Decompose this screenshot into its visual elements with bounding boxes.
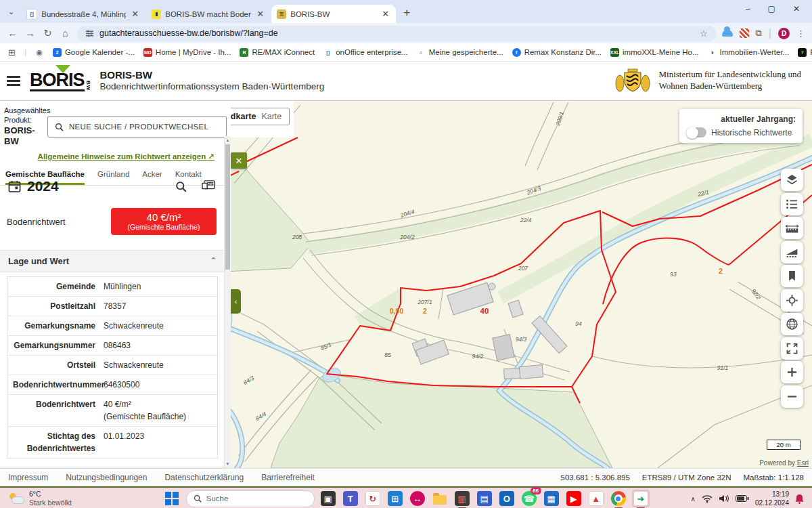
map-toolbar <box>781 169 803 408</box>
map-parcel-label: 94/3 <box>516 336 527 343</box>
taskbar-app-sync-app[interactable]: ↻ <box>364 490 382 507</box>
map-canvas[interactable]: 209/1204/3204/4204/220822/122/4207207/10… <box>225 101 812 468</box>
hamburger-menu-icon[interactable] <box>7 74 20 89</box>
apps-grid-icon[interactable]: ⊞ <box>8 47 16 58</box>
bookmark-item[interactable]: ◑Immobilien-Werter... <box>708 48 790 57</box>
browser-tab[interactable]: ≋BORIS-BW✕ <box>271 5 396 23</box>
url-text[interactable]: gutachterausschuesse-bw.de/borisbw/?lang… <box>99 28 278 38</box>
locate-icon <box>785 293 799 308</box>
footer-link-barrierefreiheit[interactable]: Barrierefreiheit <box>261 473 315 482</box>
scale-bar: 20 m <box>767 440 800 450</box>
measure-button[interactable] <box>781 217 803 239</box>
maximize-icon[interactable]: ▢ <box>768 4 775 14</box>
search-icon <box>194 494 202 503</box>
taskbar-app-youtube[interactable]: ▶ <box>565 490 583 507</box>
taskbar-app-chrome[interactable] <box>610 490 627 507</box>
taskbar-app-outlook[interactable]: O <box>498 490 516 507</box>
tab-close-icon[interactable]: ✕ <box>130 9 140 19</box>
bookmark-item[interactable]: 7Radio 7 | Livestream... <box>798 48 812 57</box>
ministry-logo: Ministerium für Landesentwicklung und Wo… <box>613 67 802 94</box>
new-tab-button[interactable]: + <box>403 6 410 20</box>
zoom-in-button[interactable] <box>781 361 803 383</box>
historic-toggle[interactable] <box>686 127 706 137</box>
section-lage-und-wert[interactable]: Lage und Wert ⌃ <box>0 250 225 272</box>
extensions-puzzle-icon[interactable]: ⧉ <box>756 28 762 39</box>
red-extension-icon[interactable] <box>740 28 749 38</box>
taskbar-app-printer[interactable]: ▤ <box>476 490 493 507</box>
tab-title: BORIS-BW <box>290 10 376 18</box>
layers-button[interactable] <box>781 169 803 191</box>
taskbar-app-task-view[interactable]: ▣ <box>319 490 337 507</box>
tab-close-icon[interactable]: ✕ <box>380 9 390 19</box>
taskbar-app-explorer[interactable] <box>431 490 449 507</box>
page-subtitle: Bodenrichtwertinformationssystem Baden-W… <box>100 81 325 93</box>
bookmark-item[interactable]: XXLimmoXXL-Meine Ho... <box>610 48 698 57</box>
url-bar[interactable]: gutachterausschuesse-bw.de/borisbw/?lang… <box>77 26 716 41</box>
bookmark-item[interactable]: ◉ <box>35 48 44 57</box>
browser-tab[interactable]: []Bundesstraße 4, Mühlingen, DS✕ <box>21 5 145 23</box>
minimize-icon[interactable]: – <box>746 4 750 14</box>
start-button[interactable] <box>162 489 181 508</box>
bookmark-button[interactable] <box>781 265 803 287</box>
bookmark-item[interactable]: fRemax Konstanz Dir... <box>512 48 602 57</box>
map-parcel-label: 207 <box>518 265 528 272</box>
footer-link-nutzungsbedingungen[interactable]: Nutzungsbedingungen <box>66 473 147 482</box>
taskbar-app-design-app[interactable]: ▲ <box>587 490 605 507</box>
profile-avatar[interactable]: D <box>778 28 790 39</box>
taskbar-app-store[interactable]: ⊞ <box>386 490 404 507</box>
footer-link-datenschutzerklärung[interactable]: Datenschutzerklärung <box>164 473 244 482</box>
tune-icon[interactable] <box>85 29 94 38</box>
globe-button[interactable] <box>781 313 803 335</box>
taskbar-search[interactable]: Suche <box>186 490 315 507</box>
locate-button[interactable] <box>781 289 803 312</box>
reload-icon[interactable]: ↻ <box>42 28 53 39</box>
section-beschreibende-merkmale[interactable]: Beschreibende Merkmale ⌄ <box>0 467 225 468</box>
fullscreen-button[interactable] <box>781 337 803 360</box>
boris-logo[interactable]: BORIS BW <box>30 71 91 91</box>
taskbar-app-whatsapp[interactable]: ☎66 <box>520 490 538 507</box>
general-hints-link[interactable]: Allgemeine Hinweise zum Richtwert anzeig… <box>38 152 215 161</box>
panel-collapse-handle[interactable]: ‹ <box>231 289 241 314</box>
legend-button[interactable] <box>781 193 803 215</box>
taskbar-app-teams[interactable]: T <box>342 490 359 507</box>
tab-close-icon[interactable]: ✕ <box>255 9 265 19</box>
screen: ⌄ []Bundesstraße 4, Mühlingen, DS✕▮BORIS… <box>0 0 812 508</box>
browser-tab[interactable]: ▮BORIS-BW macht Bodenrichtwe✕ <box>146 5 271 23</box>
pdf-export-icon[interactable]: PDF <box>202 180 215 192</box>
menu-dots-icon[interactable]: ⋮ <box>796 28 805 39</box>
panel-body: 2024 PDF Bodenrichtwert 40 € <box>0 169 225 468</box>
bookmark-item[interactable]: 2Google Kalender -... <box>53 48 135 57</box>
bookmark-item[interactable]: MDHome | MyDrive - Ih... <box>143 48 231 57</box>
bookmark-item[interactable]: RRE/MAX iConnect <box>240 48 315 57</box>
map-parcel-label: 0,90 <box>390 307 404 315</box>
taskbar-app-clipboard-app[interactable]: ▦ <box>543 490 560 507</box>
forward-icon[interactable]: → <box>24 28 36 39</box>
close-popup-button[interactable]: ✕ <box>231 152 247 169</box>
slope-icon <box>785 245 799 259</box>
table-row: GemarkungsnameSchwackenreute <box>7 316 217 336</box>
youtube-icon: ▶ <box>566 491 581 506</box>
close-icon[interactable]: ✕ <box>793 4 800 14</box>
scrollbar-thumb[interactable] <box>225 144 230 270</box>
search-year-icon[interactable] <box>175 181 187 192</box>
taskbar-app-teamviewer[interactable]: ↔ <box>409 490 426 507</box>
back-icon[interactable]: ← <box>7 28 18 39</box>
panel-scrollbar[interactable]: ▴ ▾ <box>224 136 231 468</box>
footer-link-impressum[interactable]: Impressum <box>8 473 48 482</box>
tab-search-icon[interactable]: ⌄ <box>0 7 21 16</box>
scroll-up-icon[interactable]: ▴ <box>225 137 231 143</box>
zoom-out-button[interactable] <box>781 385 803 408</box>
brw-value-button[interactable]: 40 €/m² (Gemischte Baufläche) <box>111 208 217 235</box>
bookmark-item[interactable]: []onOffice enterprise... <box>323 48 408 57</box>
taskbar-app-mixer[interactable]: ▥ <box>453 490 471 507</box>
mixer-icon: ▥ <box>455 491 470 506</box>
new-search-button[interactable]: NEUE SUCHE / PRODUKTWECHSEL <box>47 116 227 137</box>
bookmark-item[interactable]: ⌂Meine gespeicherte... <box>417 48 503 57</box>
cloud-extension-icon[interactable] <box>722 30 733 37</box>
scroll-down-icon[interactable]: ▾ <box>225 461 231 467</box>
slope-button[interactable] <box>781 241 803 263</box>
home-icon[interactable]: ⌂ <box>60 28 71 39</box>
bookmark-star-icon[interactable]: ☆ <box>700 28 708 39</box>
taskbar-app-share-to-device[interactable]: ➜ <box>632 490 650 507</box>
esri-link[interactable]: Esri <box>797 459 809 467</box>
